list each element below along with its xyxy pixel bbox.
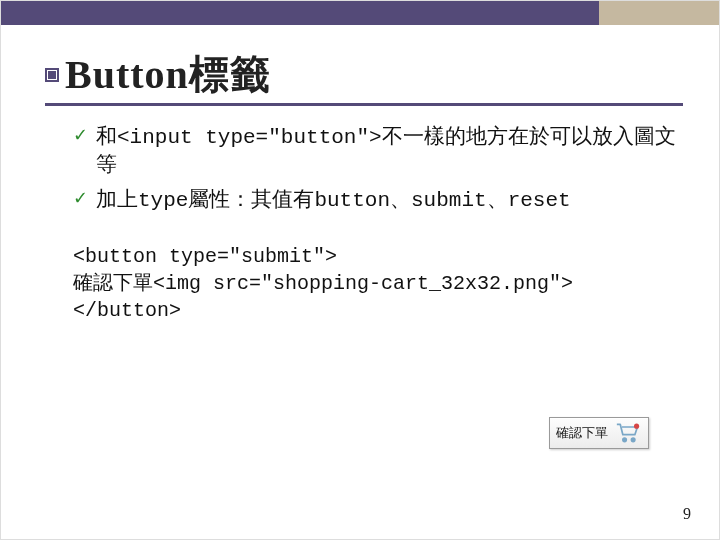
svg-point-0	[623, 438, 626, 441]
shopping-cart-icon	[614, 421, 642, 445]
title-bullet-icon	[45, 68, 59, 82]
demo-button-label: 確認下單	[556, 424, 608, 442]
page-number: 9	[683, 505, 691, 523]
svg-point-1	[631, 438, 634, 441]
code-line: 確認下單<img src="shopping-cart_32x32.png">	[73, 270, 683, 297]
bullet-text: 加上type屬性：其值有button、submit、reset	[96, 187, 571, 215]
list-item: ✓ 和<input type="button">不一樣的地方在於可以放入圖文等	[73, 124, 683, 181]
demo-button[interactable]: 確認下單	[549, 417, 649, 449]
slide-title: Button標籤	[65, 53, 271, 97]
check-icon: ✓	[73, 187, 88, 210]
top-bar	[1, 1, 719, 25]
bullet-list: ✓ 和<input type="button">不一樣的地方在於可以放入圖文等 …	[45, 124, 683, 215]
code-line: <button type="submit">	[73, 243, 683, 270]
check-icon: ✓	[73, 124, 88, 147]
slide: Button標籤 ✓ 和<input type="button">不一樣的地方在…	[0, 0, 720, 540]
bullet-text: 和<input type="button">不一樣的地方在於可以放入圖文等	[96, 124, 683, 181]
svg-point-2	[634, 424, 639, 429]
top-bar-accent	[599, 1, 719, 25]
code-block: <button type="submit"> 確認下單<img src="sho…	[45, 243, 683, 324]
content-area: Button標籤 ✓ 和<input type="button">不一樣的地方在…	[1, 25, 719, 324]
title-row: Button標籤	[45, 53, 683, 97]
list-item: ✓ 加上type屬性：其值有button、submit、reset	[73, 187, 683, 215]
code-line: </button>	[73, 297, 683, 324]
title-underline	[45, 103, 683, 106]
